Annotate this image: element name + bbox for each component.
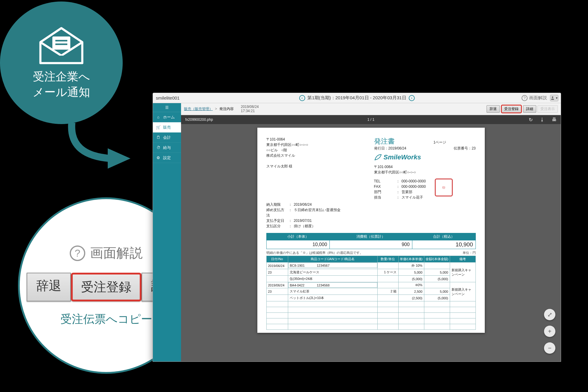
sidebar-item-label: 設定	[163, 155, 171, 161]
table-row	[266, 324, 475, 330]
help-icon: ?	[70, 245, 85, 261]
help-label: 画面解説	[529, 95, 547, 101]
notify-badge: 受注企業へメール通知	[0, 1, 150, 163]
clock-icon: ⏱	[156, 145, 161, 150]
gear-icon: ⚙	[156, 155, 161, 160]
download-icon[interactable]: ⭳	[540, 117, 545, 123]
table-row: ペットボトル(2L)×10本 (2,500)(5,000)	[266, 295, 475, 301]
sidebar-item-label: 販売	[163, 125, 171, 130]
zoom-controls: ⤢ + −	[544, 309, 555, 354]
pdf-viewer: fx209900200.php 1 / 1 ↻ ⭳ 🖶 〒101-0064 東京…	[181, 115, 561, 362]
table-row	[266, 313, 475, 318]
breadcrumb-link[interactable]: 販売（販売管理）	[184, 107, 213, 111]
order-register-button[interactable]: 受注登録	[71, 273, 142, 301]
app-window: smilelite001 ‹ 第1期(当期)：2019年04月01日 - 202…	[153, 93, 561, 362]
breadcrumb-bar: 販売（販売管理） > 発注内容 2019/06/2417:34:21 辞退 受注…	[181, 103, 561, 115]
calc-icon: 🗒	[156, 135, 161, 140]
period-next-button[interactable]: ›	[409, 95, 415, 101]
table-row: 缶(350ml)×24本 (5,000)(5,000)	[266, 276, 475, 282]
detail-button[interactable]: 詳細	[523, 105, 536, 113]
document-title: 発注書	[374, 137, 395, 146]
note-row: 明細の単価の中にある「※」は軽減税率（8%）の適応商品です。単位：円	[266, 251, 476, 255]
period-selector: ‹ 第1期(当期)：2019年04月01日 - 2020年03月31日 ›	[299, 95, 414, 101]
brand-logo: SmileWorks	[374, 153, 476, 161]
zoom-out-button[interactable]: −	[544, 342, 555, 354]
print-icon[interactable]: 🖶	[552, 117, 557, 123]
document-page: 〒101-0064 東京都千代田区○○町○-○-○ ○○ビル ○階 株式会社スマ…	[257, 128, 485, 333]
sidebar-item-label: 給与	[163, 145, 171, 150]
user-menu[interactable]: ▼	[550, 95, 558, 101]
mail-open-icon	[37, 26, 85, 65]
notify-badge-circle: 受注企業へメール通知	[0, 1, 123, 124]
page-label: 1ページ	[434, 140, 446, 145]
help-link[interactable]: ? 画面解説	[522, 95, 547, 101]
pdf-filename: fx209900200.php	[185, 118, 213, 122]
arrow-icon	[63, 120, 138, 173]
zoom-help-row: ? 画面解説	[70, 244, 143, 262]
timestamp: 2019/06/2417:34:21	[241, 105, 259, 113]
receiver-block: 〒101-0064 東京都千代田区○○町○-○-○ TEL：000-0000-0…	[374, 164, 476, 200]
svg-rect-0	[52, 36, 70, 50]
zoom-help-label: 画面解説	[90, 244, 143, 262]
chevron-down-icon: ▼	[555, 97, 558, 100]
breadcrumb: 販売（販売管理） > 発注内容	[184, 106, 234, 112]
sidebar-item-accounting[interactable]: 🗒会計	[153, 132, 181, 143]
breadcrumb-current: 発注内容	[219, 107, 234, 111]
breadcrumb-sep: >	[215, 107, 217, 111]
terms-block: 納入期限：2019/06/24 締め支払方法：５日締め翌月末払い普通預金 支払予…	[266, 202, 476, 229]
sidebar-collapse-button[interactable]: ☰	[153, 103, 181, 112]
action-buttons: 辞退 受注登録 詳細 受注表示	[487, 105, 558, 113]
sidebar-item-payroll[interactable]: ⏱給与	[153, 143, 181, 153]
table-row: 23北海道ビールケース 1 ケース 5,0005,000	[266, 269, 475, 276]
sidebar-item-settings[interactable]: ⚙設定	[153, 153, 181, 163]
decline-button[interactable]: 辞退	[487, 105, 500, 113]
sidebar: ☰ ⌂ホーム 🛒販売 🗒会計 ⏱給与 ⚙設定	[153, 103, 181, 362]
sender-block: 〒101-0064 東京都千代田区○○町○-○-○ ○○ビル ○階 株式会社スマ…	[266, 137, 308, 200]
sidebar-item-label: ホーム	[163, 115, 175, 120]
rotate-icon[interactable]: ↻	[529, 117, 533, 123]
sidebar-item-home[interactable]: ⌂ホーム	[153, 112, 181, 122]
zoom-in-button[interactable]: +	[544, 326, 555, 337]
app-title: smilelite001	[156, 95, 180, 100]
notify-badge-text: 受注企業へメール通知	[33, 69, 90, 100]
table-row: 2019/06/24 BC8-19011234567 外 10% 新規購入キャン…	[266, 263, 475, 269]
company-seal-icon: 印	[435, 179, 453, 196]
period-label: 第1期(当期)：2019年04月01日 - 2020年03月31日	[307, 95, 406, 101]
order-register-button[interactable]: 受注登録	[501, 105, 522, 113]
table-row: 23スマイル紅茶 2 箱 2,5005,000	[266, 288, 475, 295]
zoom-caption: 受注伝票へコピー	[60, 312, 152, 327]
cart-icon: 🛒	[156, 125, 161, 129]
pdf-page-indicator: 1 / 1	[367, 118, 374, 122]
header-right: 発注書 1ページ 発行日：2019/06/24 伝票番号：23 SmileWor…	[374, 137, 476, 200]
pdf-toolbar: fx209900200.php 1 / 1 ↻ ⭳ 🖶	[181, 115, 561, 124]
order-show-button[interactable]: 受注表示	[537, 105, 558, 113]
table-row: 2019/06/24 BA4-04221234568 ※0% 新規購入キャンペー…	[266, 282, 475, 288]
sidebar-item-sales[interactable]: 🛒販売	[153, 122, 181, 132]
table-row	[266, 301, 475, 307]
home-icon: ⌂	[156, 115, 161, 119]
user-icon	[550, 96, 555, 100]
help-icon: ?	[522, 95, 528, 101]
period-prev-button[interactable]: ‹	[299, 95, 305, 101]
table-row	[266, 318, 475, 324]
leaf-icon	[374, 154, 382, 161]
decline-button[interactable]: 辞退	[27, 273, 71, 301]
table-row	[266, 307, 475, 313]
summary-table: 小計（本体）消費税（伝票計）合計（税込） 10,00090010,900	[266, 233, 476, 249]
sidebar-item-label: 会計	[163, 135, 171, 140]
fit-button[interactable]: ⤢	[544, 309, 555, 320]
topbar: smilelite001 ‹ 第1期(当期)：2019年04月01日 - 202…	[153, 93, 561, 103]
svg-point-3	[552, 97, 553, 98]
detail-table: 日付/No 商品コード/JANコード/商品名 数量/単位 単価/(本体単価) 金…	[266, 256, 476, 330]
